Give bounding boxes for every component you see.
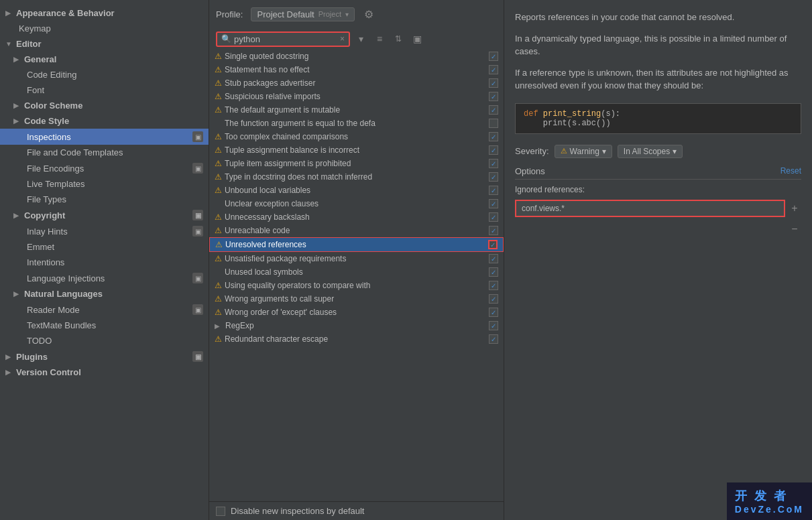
profile-dropdown[interactable]: Project Default Project ▾ [251, 7, 355, 21]
ignored-ref-input[interactable] [515, 200, 785, 217]
sidebar-item-intentions[interactable]: Intentions [0, 255, 209, 270]
sidebar-item-editor[interactable]: Editor [0, 36, 209, 52]
search-box-container: 🔍 × [216, 31, 350, 47]
sidebar-item-natural-languages[interactable]: Natural Languages [0, 286, 209, 302]
severity-value: Warning [570, 147, 599, 156]
sidebar-item-general[interactable]: General [0, 52, 209, 67]
inspection-unbound-local[interactable]: ⚠ Unbound local variables [209, 184, 504, 197]
sidebar-item-reader-mode[interactable]: Reader Mode ▣ [0, 302, 209, 318]
regexp-group-label: RegExp [225, 321, 254, 330]
checkbox-single-quoted[interactable] [489, 52, 498, 61]
scope-value: In All Scopes [624, 147, 670, 156]
sidebar-item-color-scheme[interactable]: Color Scheme [0, 98, 209, 113]
expand-arrow-version-control [5, 369, 15, 376]
inspection-equality-operators[interactable]: ⚠ Using equality operators to compare wi… [209, 279, 504, 292]
sidebar-item-copyright[interactable]: Copyright ▣ [0, 207, 209, 223]
inspection-type-docstring[interactable]: ⚠ Type in docstring does not match infer… [209, 170, 504, 184]
filter-button[interactable]: ▾ [353, 31, 369, 47]
checkbox-wrong-except-order[interactable] [489, 308, 498, 317]
checkbox-complex-chained[interactable] [489, 132, 498, 141]
inspection-suspicious-imports[interactable]: ⚠ Suspicious relative imports [209, 90, 504, 103]
inspection-statement-no-effect[interactable]: ⚠ Statement has no effect [209, 63, 504, 76]
inspection-wrong-except-order[interactable]: ⚠ Wrong order of 'except' clauses [209, 306, 504, 319]
description-text-1: Reports references in your code that can… [515, 11, 801, 24]
description-text-3: If a reference type is unknown, then its… [515, 66, 801, 92]
checkbox-stub-packages[interactable] [489, 78, 498, 88]
checkbox-regexp-group[interactable] [489, 321, 498, 330]
inspection-tuple-item-prohibited[interactable]: ⚠ Tuple item assignment is prohibited [209, 157, 504, 170]
inspection-stub-packages[interactable]: ⚠ Stub packages advertiser [209, 76, 504, 90]
search-clear-button[interactable]: × [340, 34, 345, 44]
checkbox-default-arg-mutable[interactable] [489, 105, 498, 115]
checkbox-equality-operators[interactable] [489, 281, 498, 290]
inspection-tuple-balance[interactable]: ⚠ Tuple assignment balance is incorrect [209, 143, 504, 157]
sidebar-item-code-style[interactable]: Code Style [0, 113, 209, 129]
center-panel: Profile: Project Default Project ▾ ⚙ 🔍 ×… [209, 0, 504, 520]
checkbox-statement-no-effect[interactable] [489, 65, 498, 74]
sidebar-item-file-types[interactable]: File Types [0, 192, 209, 207]
checkbox-tuple-balance[interactable] [489, 145, 498, 155]
checkbox-suspicious-imports[interactable] [489, 92, 498, 101]
options-header: Options Reset [515, 166, 801, 180]
checkbox-unclear-exception[interactable] [489, 199, 498, 208]
file-encodings-badge: ▣ [192, 163, 203, 174]
expand-arrow-plugins [5, 353, 15, 361]
sidebar-item-inlay-hints[interactable]: Inlay Hints ▣ [0, 223, 209, 239]
group-button[interactable]: ▣ [409, 31, 425, 47]
checkbox-unsatisfied-packages[interactable] [489, 254, 498, 263]
checkbox-unreachable-code[interactable] [489, 226, 498, 235]
checkbox-type-docstring[interactable] [489, 172, 498, 182]
inspection-wrong-args-super[interactable]: ⚠ Wrong arguments to call super [209, 292, 504, 306]
checkbox-unbound-local[interactable] [489, 186, 498, 195]
sidebar-item-keymap[interactable]: Keymap [0, 21, 209, 36]
checkbox-fn-arg-equal-default[interactable] [489, 119, 498, 128]
inspection-fn-arg-equal-default[interactable]: ⚠ The function argument is equal to the … [209, 117, 504, 130]
regexp-group-header[interactable]: RegExp [209, 319, 504, 332]
warning-icon: ⚠ [215, 105, 222, 115]
warning-icon: ⚠ [215, 281, 222, 290]
sidebar-item-code-editing[interactable]: Code Editing [0, 67, 209, 82]
scope-dropdown-arrow: ▾ [673, 147, 677, 156]
sidebar-item-appearance-behavior[interactable]: Appearance & Behavior [0, 5, 209, 21]
inspection-unsatisfied-packages[interactable]: ⚠ Unsatisfied package requirements [209, 252, 504, 265]
sidebar-item-file-code-templates[interactable]: File and Code Templates [0, 145, 209, 160]
inspection-redundant-escape[interactable]: ⚠ Redundant character escape [209, 332, 504, 346]
sidebar-item-emmet[interactable]: Emmet [0, 239, 209, 255]
remove-ignored-ref-button[interactable]: − [788, 222, 801, 236]
checkbox-redundant-escape[interactable] [489, 334, 498, 344]
sidebar-item-live-templates[interactable]: Live Templates [0, 176, 209, 192]
inspection-unclear-exception[interactable]: ⚠ Unclear exception clauses [209, 197, 504, 210]
checkbox-unresolved-references[interactable] [488, 240, 498, 249]
checkbox-wrong-args-super[interactable] [489, 294, 498, 304]
sidebar-item-todo[interactable]: TODO [0, 333, 209, 348]
sidebar-item-plugins[interactable]: Plugins ▣ [0, 348, 209, 365]
inspection-unreachable-code[interactable]: ⚠ Unreachable code [209, 224, 504, 237]
profile-value: Project Default [257, 9, 314, 19]
reset-link[interactable]: Reset [780, 166, 801, 176]
expand-all-button[interactable]: ≡ [371, 31, 388, 47]
sidebar-item-version-control[interactable]: Version Control [0, 365, 209, 380]
sidebar-item-inspections[interactable]: Inspections ▣ [0, 129, 209, 145]
sidebar-item-textmate-bundles[interactable]: TextMate Bundles [0, 318, 209, 333]
sidebar-item-font[interactable]: Font [0, 82, 209, 98]
checkbox-tuple-item-prohibited[interactable] [489, 159, 498, 168]
inspection-complex-chained[interactable]: ⚠ Too complex chained comparisons [209, 130, 504, 143]
inspection-unused-local[interactable]: ⚠ Unused local symbols [209, 265, 504, 279]
watermark-line1: 开 发 者 [735, 488, 804, 504]
inspection-unresolved-references[interactable]: ⚠ Unresolved references [209, 237, 504, 252]
checkbox-unused-local[interactable] [489, 267, 498, 277]
inspection-unnecessary-backslash[interactable]: ⚠ Unnecessary backslash [209, 210, 504, 224]
sidebar-item-language-injections[interactable]: Language Injections ▣ [0, 270, 209, 286]
gear-button[interactable]: ⚙ [360, 5, 378, 23]
search-input[interactable] [234, 34, 337, 44]
sidebar-item-file-encodings[interactable]: File Encodings ▣ [0, 160, 209, 176]
inspection-single-quoted-docstring[interactable]: ⚠ Single quoted docstring [209, 50, 504, 63]
checkbox-unnecessary-backslash[interactable] [489, 212, 498, 222]
inspection-default-arg-mutable[interactable]: ⚠ The default argument is mutable [209, 103, 504, 117]
severity-dropdown[interactable]: ⚠ Warning ▾ [555, 145, 612, 158]
add-ignored-ref-button[interactable]: + [788, 202, 801, 215]
scope-dropdown[interactable]: In All Scopes ▾ [618, 145, 683, 158]
disable-inspections-checkbox[interactable] [216, 507, 225, 516]
collapse-all-button[interactable]: ⇅ [390, 31, 406, 47]
bottom-bar: Disable new inspections by default [209, 501, 504, 520]
